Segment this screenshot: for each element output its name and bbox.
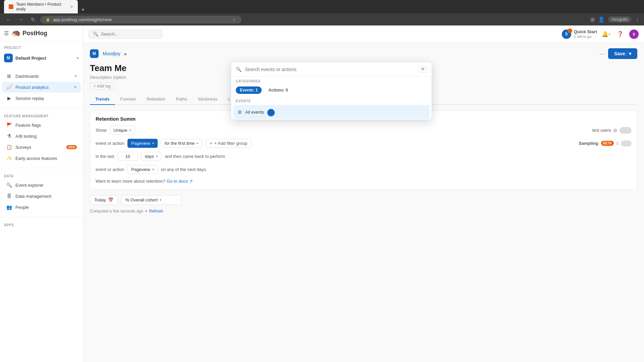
sidebar: ☰ 🦔 PostHog PROJECT M Default Project ▾ … xyxy=(0,25,83,362)
sidebar-item-product-analytics[interactable]: 📈 Product analytics + xyxy=(2,82,81,93)
project-label: PROJECT xyxy=(0,44,83,51)
tab-paths[interactable]: Paths xyxy=(171,94,193,105)
first-time-dropdown[interactable]: for the first time ▾ xyxy=(161,139,202,148)
show-unique-dropdown[interactable]: Unique ▾ xyxy=(110,126,135,135)
new-tab-button[interactable]: + xyxy=(79,6,87,13)
quick-start-text: Quick Start 5 still to go xyxy=(574,29,597,39)
search-overlay-icon: 🔍 xyxy=(236,67,241,72)
page-content: M Moodjoy ▸ ··· Save ▾ Team Me Descripti… xyxy=(83,43,644,362)
tab-retention[interactable]: Retention xyxy=(141,94,171,105)
pageview-dropdown-1[interactable]: Pageview ▾ xyxy=(127,139,157,148)
days-input[interactable] xyxy=(118,152,138,161)
page-actions: ··· Save ▾ xyxy=(599,48,637,59)
divider-2 xyxy=(0,168,83,168)
add-filter-group-btn[interactable]: + + Add filter group xyxy=(205,139,252,148)
logo-text: PostHog xyxy=(22,30,47,37)
people-icon: 👥 xyxy=(6,204,12,210)
retention-card: Retention Summ Show Unique ▾ test users … xyxy=(90,110,637,190)
quick-start[interactable]: 5 Quick Start 5 still to go xyxy=(562,29,597,39)
sidebar-label-surveys: Surveys xyxy=(15,145,63,150)
today-date-btn[interactable]: Today 📅 xyxy=(90,195,118,205)
cohort-arrow: ▾ xyxy=(160,198,161,202)
sidebar-item-ab-testing[interactable]: ⚗ A/B testing xyxy=(2,131,81,141)
sidebar-item-early-access[interactable]: ✨ Early access features xyxy=(2,153,81,164)
events-pill[interactable]: Events: 1 xyxy=(236,86,262,94)
beta-badge: BETA xyxy=(601,141,614,146)
product-analytics-plus[interactable]: + xyxy=(74,84,77,90)
bookmark-icon[interactable]: ☆ xyxy=(232,17,236,22)
sidebar-toggle[interactable]: ☰ xyxy=(4,30,9,37)
tab-stickiness[interactable]: Stickiness xyxy=(193,94,223,105)
all-events-label: All events xyxy=(245,110,264,115)
project-item[interactable]: M Default Project ▾ xyxy=(0,51,83,65)
topbar-right: 5 Quick Start 5 still to go 🔔 0 ❓ S xyxy=(562,29,639,39)
docs-link[interactable]: Go to docs ↗ xyxy=(167,179,193,184)
refresh-button[interactable]: ↻ xyxy=(28,15,38,24)
ab-testing-icon: ⚗ xyxy=(6,133,12,139)
global-search-bar[interactable]: 🔍 xyxy=(89,29,162,39)
pageview-dropdown-2[interactable]: Pageview ▾ xyxy=(127,165,157,174)
sidebar-item-feature-flags[interactable]: 🚩 Feature flags xyxy=(2,120,81,130)
events-section-label: EVENTS xyxy=(231,97,432,104)
sidebar-item-surveys[interactable]: 📋 Surveys NEW xyxy=(2,142,81,153)
days-unit: days xyxy=(145,154,154,159)
test-users-toggle[interactable] xyxy=(620,127,632,134)
breadcrumb-separator: ▸ xyxy=(124,51,127,57)
bullet-sep: • xyxy=(145,208,147,214)
sidebar-item-data-management[interactable]: 🗄 Data management xyxy=(2,191,81,201)
help-btn[interactable]: ❓ xyxy=(615,29,625,39)
sidebar-item-dashboards[interactable]: ⊞ Dashboards ▾ xyxy=(2,71,81,81)
data-section: DATA 🔍 Event explorer 🗄 Data management … xyxy=(0,170,83,216)
search-input[interactable] xyxy=(101,32,148,37)
nav-right: ⊞ 👤 Incognito ⋮ xyxy=(590,16,640,23)
breadcrumb[interactable]: Moodjoy xyxy=(103,51,120,56)
back-button[interactable]: ← xyxy=(4,15,13,24)
cursor-hover-indicator xyxy=(267,109,275,116)
project-name: Default Project xyxy=(15,56,46,61)
save-dropdown-arrow[interactable]: ▾ xyxy=(627,51,631,56)
add-tag-btn[interactable]: + Add tag xyxy=(90,82,114,90)
url-text: app.posthog.com/insights/new xyxy=(53,17,112,22)
save-btn-label: Save xyxy=(614,51,625,56)
logo-icon: 🦔 xyxy=(11,29,20,38)
refresh-link[interactable]: Refresh xyxy=(149,209,163,214)
more-options-btn[interactable]: ··· xyxy=(599,50,605,58)
filter-group-label: + Add filter group xyxy=(214,141,248,146)
nav-section: ⊞ Dashboards ▾ 📈 Product analytics + ▶ S… xyxy=(0,68,83,107)
search-overlay-field[interactable] xyxy=(245,67,415,72)
address-bar[interactable]: 🔒 app.posthog.com/insights/new ☆ xyxy=(40,16,241,23)
save-button[interactable]: Save ▾ xyxy=(608,48,637,59)
notifications-btn[interactable]: 🔔 0 xyxy=(601,29,611,39)
tab-close-btn[interactable]: ✕ xyxy=(70,5,73,9)
notifications-badge: 0 xyxy=(608,33,610,36)
tab-funnels[interactable]: Funnels xyxy=(115,94,141,105)
dashboards-icon: ⊞ xyxy=(6,73,12,79)
quick-start-badge xyxy=(568,28,572,33)
gear-icon[interactable]: ⚙ xyxy=(613,128,618,133)
product-analytics-icon: 📈 xyxy=(6,84,12,90)
event-explorer-icon: 🔍 xyxy=(6,182,12,188)
search-kbd-hint: ⌘ xyxy=(419,66,427,72)
actions-pill[interactable]: Actions: 0 xyxy=(264,86,292,94)
cohort-dropdown[interactable]: % Overall cohort ▾ xyxy=(121,195,181,205)
sidebar-item-session-replay[interactable]: ▶ Session replay xyxy=(2,93,81,104)
show-dropdown-arrow: ▾ xyxy=(129,128,131,132)
menu-icon[interactable]: ⋮ xyxy=(635,16,640,23)
all-events-item[interactable]: ⊞ All events xyxy=(233,105,430,119)
search-overlay-input-row: 🔍 ⌘ xyxy=(231,62,432,77)
lock-icon: 🔒 xyxy=(46,17,50,22)
sidebar-label-ab-testing: A/B testing xyxy=(15,134,77,139)
active-tab[interactable]: Team Members • Product analy ✕ xyxy=(4,0,78,13)
sidebar-item-people[interactable]: 👥 People xyxy=(2,202,81,213)
pageview-value-2: Pageview xyxy=(131,167,150,172)
sampling-toggle[interactable] xyxy=(621,140,632,146)
sampling-info-icon[interactable]: ℹ xyxy=(616,141,618,146)
tab-trends[interactable]: Trends xyxy=(90,94,115,105)
user-avatar[interactable]: S xyxy=(629,29,639,39)
sidebar-header: ☰ 🦔 PostHog xyxy=(0,25,83,41)
profile-icon[interactable]: 👤 xyxy=(598,16,605,23)
extensions-icon[interactable]: ⊞ xyxy=(590,16,595,23)
days-dropdown[interactable]: days ▾ xyxy=(141,152,161,161)
forward-button[interactable]: → xyxy=(16,15,25,24)
sidebar-item-event-explorer[interactable]: 🔍 Event explorer xyxy=(2,180,81,190)
